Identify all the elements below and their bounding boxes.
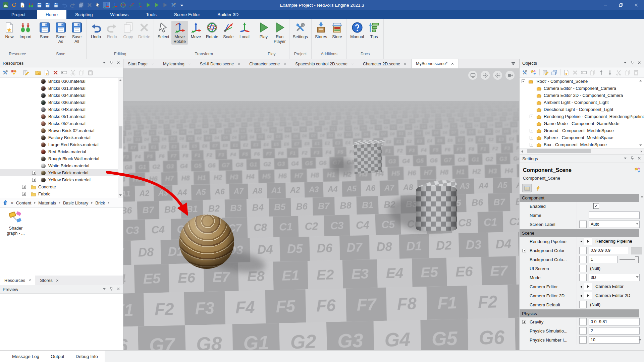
reference-expand-button[interactable] bbox=[584, 238, 592, 245]
quick-axlocal-button[interactable] bbox=[137, 2, 143, 8]
panel-tab-resources[interactable]: Resources bbox=[0, 275, 36, 285]
scroll-left-arrow[interactable] bbox=[521, 150, 523, 153]
save-all-button[interactable]: SaveAll bbox=[69, 21, 85, 45]
save-as-button[interactable]: SaveAs bbox=[53, 21, 69, 45]
resource-item[interactable]: Yellow Bricks.material bbox=[0, 176, 123, 183]
store-button[interactable]: Store bbox=[329, 21, 345, 40]
objects-linkdiamonds-button[interactable] bbox=[530, 69, 537, 76]
value-input[interactable]: 2 bbox=[589, 327, 640, 335]
expander-plus-icon[interactable] bbox=[522, 249, 526, 252]
quick-axes-button[interactable] bbox=[112, 2, 118, 8]
scene-tab-sci-fi-demo-scene[interactable]: Sci-fi Demo.scene bbox=[196, 59, 245, 68]
closex-icon[interactable] bbox=[237, 62, 240, 66]
panel-menu-button-resources[interactable] bbox=[102, 60, 106, 66]
resource-item[interactable]: Bricks 052.material bbox=[0, 120, 123, 127]
viewport-camera-button[interactable] bbox=[505, 71, 515, 80]
expander-plus-icon[interactable] bbox=[530, 143, 533, 146]
tree-scroll-down-arrow[interactable] bbox=[639, 144, 642, 146]
quick-pages-button[interactable] bbox=[78, 2, 84, 8]
run-player-button[interactable]: RunPlayer bbox=[272, 21, 288, 45]
closex-icon[interactable] bbox=[283, 62, 286, 66]
quick-xgray-button[interactable] bbox=[87, 2, 93, 8]
value-dropdown[interactable]: 3D bbox=[589, 274, 640, 281]
viewport-monitor-button[interactable] bbox=[468, 71, 477, 80]
breadcrumb-item[interactable]: Materials bbox=[38, 200, 56, 205]
resources-folderstar-button[interactable] bbox=[35, 69, 41, 76]
breadcrumb-item[interactable]: Brick bbox=[95, 200, 105, 205]
objects-arrdn-button[interactable] bbox=[607, 69, 613, 76]
resource-item[interactable]: Fabric bbox=[0, 190, 123, 197]
bottom-tab-message-log[interactable]: Message Log bbox=[12, 354, 39, 359]
viewport-ground-grid[interactable]: D5D6D7D8D1D2D3D4D5D6D7D8D1D2D3D4D5D6D7D8… bbox=[123, 101, 519, 350]
panel-menu-button-objects[interactable] bbox=[623, 60, 627, 66]
quick-import-button[interactable] bbox=[28, 2, 34, 8]
color-swatch[interactable] bbox=[631, 247, 642, 254]
default-value-box[interactable] bbox=[579, 265, 587, 272]
default-value-box[interactable] bbox=[579, 336, 587, 344]
value-input[interactable]: 10 bbox=[589, 336, 640, 344]
resources-rename-button[interactable] bbox=[61, 69, 67, 76]
resources-pencil-button[interactable] bbox=[23, 69, 29, 76]
new-button[interactable]: New bbox=[1, 21, 17, 40]
panel-menu-button-preview[interactable] bbox=[102, 286, 106, 292]
quick-cursor-button[interactable] bbox=[95, 2, 101, 8]
scrollbar-thumb[interactable] bbox=[527, 149, 591, 153]
quick-newdoc-button[interactable] bbox=[19, 2, 25, 8]
object-item[interactable]: Camera Editor - Component_Camera bbox=[520, 85, 644, 92]
closex-icon[interactable] bbox=[28, 279, 32, 282]
tree-scroll-up-arrow[interactable] bbox=[639, 80, 642, 81]
object-item[interactable]: Camera Editor 2D - Component_Camera bbox=[520, 92, 644, 99]
quick-wrenches-button[interactable] bbox=[170, 2, 176, 8]
scene-tab-my-learning[interactable]: My.learning bbox=[159, 59, 196, 68]
object-item[interactable]: Ambient Light - Component_Light bbox=[520, 99, 644, 106]
quick-floppy-button[interactable] bbox=[53, 2, 59, 8]
menu-item-scene-editor[interactable]: Scene Editor bbox=[165, 10, 209, 19]
resource-item[interactable]: Rough Block Wall.material bbox=[0, 155, 123, 162]
value-input[interactable]: 0 0 -9.81 bbox=[589, 318, 640, 325]
bottom-tab-debug-info[interactable]: Debug Info bbox=[76, 354, 98, 359]
closex-icon[interactable] bbox=[451, 62, 454, 65]
default-value-box[interactable] bbox=[579, 274, 587, 281]
close-panel-button-settings[interactable] bbox=[637, 156, 641, 162]
manual-button[interactable]: Manual bbox=[348, 21, 366, 40]
reference-expand-button[interactable] bbox=[584, 292, 592, 299]
viewport-3d[interactable]: D5D6D7D8D1D2D3D4D5D6D7D8D1D2D3D4D5D6D7D8… bbox=[123, 68, 519, 350]
resource-item[interactable]: Brown Brick 02.material bbox=[0, 127, 123, 134]
rotate-button[interactable]: Rotate bbox=[204, 21, 220, 40]
checkbox-checked[interactable]: ✓ bbox=[593, 203, 599, 209]
object-item[interactable]: Rendering Pipeline - Component_Rendering… bbox=[520, 113, 644, 120]
default-value-box[interactable] bbox=[579, 318, 587, 325]
objects-arrup-button[interactable] bbox=[598, 69, 604, 76]
resource-item[interactable]: Red Bricks.material bbox=[0, 148, 123, 155]
quick-axscale-button[interactable] bbox=[128, 2, 135, 8]
resource-item[interactable]: Bricks 048.material bbox=[0, 106, 123, 113]
value-input[interactable] bbox=[589, 212, 640, 219]
reference-value[interactable]: Camera Editor bbox=[595, 284, 624, 289]
expander-plus-icon[interactable] bbox=[530, 115, 533, 118]
default-value-box[interactable] bbox=[579, 247, 587, 254]
object-item[interactable]: Game Mode - Component_GameMode bbox=[520, 120, 644, 127]
closex-icon[interactable] bbox=[151, 62, 154, 66]
events-view-button[interactable] bbox=[534, 184, 542, 192]
resource-item[interactable]: Bricks 036.material bbox=[0, 99, 123, 106]
resource-item[interactable]: Bricks 051.material bbox=[0, 113, 123, 120]
tips-button[interactable]: Tips bbox=[366, 21, 382, 40]
properties-view-button[interactable] bbox=[522, 184, 532, 192]
menu-item-windows[interactable]: Windows bbox=[102, 10, 138, 19]
slider-track[interactable] bbox=[620, 259, 637, 260]
default-value-box[interactable] bbox=[579, 301, 587, 308]
play-button[interactable]: Play bbox=[256, 21, 272, 40]
resource-item[interactable]: Large Red Bricks.material bbox=[0, 141, 123, 148]
minimize-button[interactable] bbox=[598, 0, 613, 10]
resource-item[interactable]: Concrete bbox=[0, 183, 123, 190]
objects-rename-button[interactable] bbox=[581, 69, 587, 76]
scene-tab-character-scene[interactable]: Character.scene bbox=[245, 59, 291, 68]
scene-tab-myscene-scene-[interactable]: MyScene.scene* bbox=[411, 59, 459, 68]
pin-panel-button-settings[interactable] bbox=[630, 156, 634, 162]
color-value-input[interactable]: 0.9 0.9 0.9 bbox=[589, 247, 628, 254]
closex-icon[interactable] bbox=[404, 62, 407, 66]
menu-item-builder-3d[interactable]: Builder 3D bbox=[209, 10, 247, 19]
quick-undo-button[interactable] bbox=[61, 2, 67, 8]
scroll-right-arrow[interactable] bbox=[641, 150, 642, 153]
expander-plus-icon[interactable] bbox=[530, 129, 533, 132]
